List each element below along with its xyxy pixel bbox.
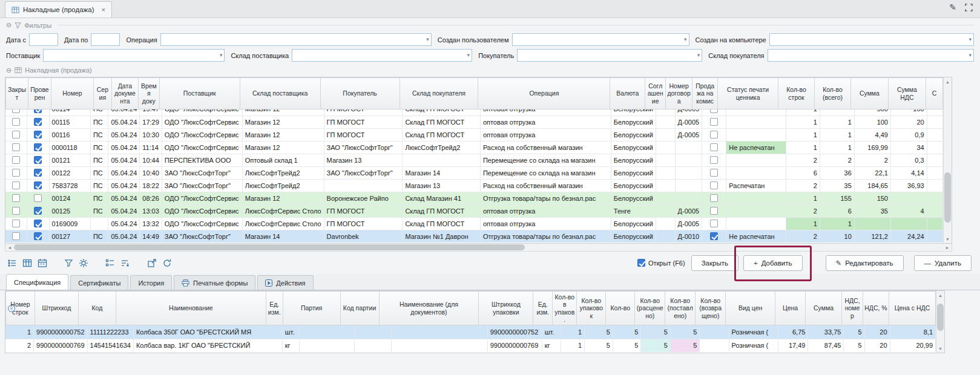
col-header-c[interactable]: С	[926, 78, 942, 109]
date-to-field[interactable]	[91, 34, 119, 45]
spec-row[interactable]: 1990000000075211111222233Колбаса 350Г ОА…	[5, 325, 936, 339]
scroll-up-icon[interactable]: ▲	[944, 77, 952, 86]
col-header-series[interactable]: Серия	[93, 78, 111, 109]
closed-checkbox[interactable]	[12, 181, 20, 189]
checked-checkbox[interactable]	[34, 156, 42, 164]
checked-checkbox[interactable]	[34, 181, 42, 189]
col-header-vat_pct[interactable]: НДС, %	[863, 292, 889, 325]
edit-pencil-icon[interactable]: ✎	[949, 3, 956, 11]
delete-button[interactable]: —Удалить	[914, 255, 972, 271]
closed-checkbox[interactable]	[12, 220, 20, 227]
tab-invoices-sale[interactable]: Накладные (продажа) ×	[5, 1, 112, 18]
created-on-field[interactable]	[770, 34, 969, 45]
tab-print-forms[interactable]: Печатные формы	[174, 275, 255, 290]
checked-checkbox[interactable]	[34, 169, 42, 177]
sort-list-icon[interactable]	[120, 258, 130, 268]
commission-checkbox[interactable]	[710, 156, 718, 164]
created-on-input[interactable]: ▾	[769, 33, 974, 46]
checked-checkbox[interactable]	[34, 220, 42, 227]
date-to-input[interactable]	[91, 33, 120, 46]
add-button[interactable]: +Добавить	[743, 255, 803, 271]
col-header-sum[interactable]: Сумма	[806, 292, 842, 325]
col-header-supplier[interactable]: Поставщик	[159, 78, 240, 109]
col-header-price_type[interactable]: Вид цен	[726, 292, 775, 325]
col-header-currency[interactable]: Валюта	[610, 78, 645, 109]
col-header-unit[interactable]: Ед. изм.	[266, 292, 283, 325]
col-header-pack_unit[interactable]: Ед. изм.	[533, 292, 553, 325]
checked-checkbox[interactable]	[34, 131, 42, 139]
tab-history[interactable]: История	[130, 275, 172, 290]
checked-checkbox[interactable]	[34, 232, 42, 240]
refresh-icon[interactable]	[162, 258, 172, 268]
main-horizontal-scrollbar[interactable]: ◄ ►	[5, 244, 952, 252]
col-header-pack_barcode[interactable]: Штрихкод упаковки	[479, 292, 533, 325]
invoice-row[interactable]: 7583728ПС05.04.2418:22ЗАО "ЛюксСофтТорг"…	[5, 179, 943, 192]
main-vertical-scrollbar[interactable]: ▲ ▼	[943, 77, 952, 243]
col-header-code[interactable]: Код	[78, 292, 116, 325]
closed-checkbox[interactable]	[12, 156, 20, 164]
collapse-filters-icon[interactable]: ⊖	[6, 21, 12, 29]
operation-field[interactable]	[161, 34, 426, 45]
invoice-row[interactable]: 00116ПС05.04.2410:30ОДО "ЛюксСофтСервисМ…	[5, 128, 943, 141]
operation-combobox[interactable]: ▾	[160, 33, 432, 46]
scroll-thumb[interactable]	[937, 304, 944, 330]
checked-checkbox[interactable]	[34, 109, 42, 113]
scroll-up-icon[interactable]: ▲	[936, 291, 944, 299]
scroll-thumb[interactable]	[944, 172, 951, 223]
col-header-commission[interactable]: Продажа на комис	[692, 78, 718, 109]
checked-checkbox[interactable]	[34, 194, 42, 202]
chevron-down-icon[interactable]: ▾	[684, 37, 689, 42]
edit-button[interactable]: ✎Редактировать	[826, 255, 904, 271]
col-header-vat_sum[interactable]: Сумма НДС	[888, 78, 926, 109]
checked-checkbox[interactable]	[34, 118, 42, 126]
chevron-down-icon[interactable]: ▾	[220, 53, 225, 58]
col-header-barcode[interactable]: Штрихкод	[35, 292, 78, 325]
commission-checkbox[interactable]	[710, 131, 718, 139]
commission-checkbox[interactable]	[710, 181, 718, 189]
tab-actions[interactable]: Действия	[257, 275, 313, 290]
spec-vertical-scrollbar[interactable]: ▲ ▼	[936, 291, 944, 353]
checkbox-checked[interactable]	[637, 259, 645, 267]
table-view-icon[interactable]	[22, 258, 32, 268]
checked-checkbox[interactable]	[34, 207, 42, 215]
col-header-batch[interactable]: Партия	[283, 292, 340, 325]
supplier-input[interactable]: ▾	[43, 49, 225, 62]
scroll-down-icon[interactable]: ▼	[944, 235, 952, 243]
created-by-field[interactable]	[513, 34, 684, 45]
col-header-price_vat[interactable]: Цена с НДС	[889, 292, 935, 325]
col-header-lines[interactable]: Кол-во строк	[778, 78, 815, 109]
invoice-row[interactable]: 00121ПС05.04.2410:44ПЕРСПЕКТИВА ООООптов…	[5, 154, 943, 166]
invoice-row[interactable]: 00115ПС05.04.2417:29ОДО "ЛюксСофтСервисМ…	[5, 116, 943, 128]
commission-checkbox[interactable]	[710, 220, 718, 227]
col-header-closed[interactable]: Закрыт	[6, 78, 28, 109]
commission-checkbox[interactable]	[710, 109, 718, 113]
invoice-row[interactable]: 00125ПС05.04.2413:03ОДО "ЛюксСофтСервисЛ…	[5, 204, 943, 217]
commission-checkbox[interactable]	[710, 169, 718, 177]
chevron-down-icon[interactable]: ▾	[697, 53, 702, 58]
closed-checkbox[interactable]	[12, 207, 20, 215]
col-header-checked[interactable]: Проверен	[28, 78, 51, 109]
col-header-buyer_store[interactable]: Склад покупателя	[400, 78, 478, 109]
calendar-icon[interactable]	[38, 258, 47, 268]
buyer-field[interactable]	[518, 50, 697, 61]
invoice-row[interactable]: 00114ПС05.04.2415:47ОДО "ЛюксСофтСервисМ…	[5, 109, 943, 116]
closed-checkbox[interactable]	[12, 118, 20, 126]
col-header-batch_code[interactable]: Код партии	[340, 292, 379, 325]
tab-specification[interactable]: Спецификация	[6, 274, 68, 290]
col-header-supplier_store[interactable]: Склад поставщика	[240, 78, 320, 109]
col-header-doc_date[interactable]: Дата документа	[111, 78, 138, 109]
col-header-qty_total[interactable]: Кол-во (всего)	[815, 78, 851, 109]
commission-checkbox[interactable]	[710, 232, 718, 240]
tab-close-icon[interactable]: ×	[102, 6, 105, 13]
commission-checkbox[interactable]	[710, 207, 718, 215]
chevron-down-icon[interactable]: ▾	[467, 53, 472, 58]
buyer-store-field[interactable]	[768, 50, 969, 61]
closed-checkbox[interactable]	[12, 131, 20, 139]
col-header-qty[interactable]: Кол-во	[606, 292, 635, 325]
invoice-row[interactable]: 016900905.04.2413:32ОДО "ЛюксСофтСервисЛ…	[5, 217, 943, 230]
col-header-price[interactable]: Цена	[775, 292, 806, 325]
col-header-qty_per_pack[interactable]: Кол-во в упаков.	[553, 292, 577, 325]
commission-checkbox[interactable]	[710, 143, 718, 151]
spec-row[interactable]: 2990000000076914541541634Колбаса вар. 1К…	[5, 339, 936, 352]
numbered-list-icon[interactable]	[105, 258, 115, 268]
